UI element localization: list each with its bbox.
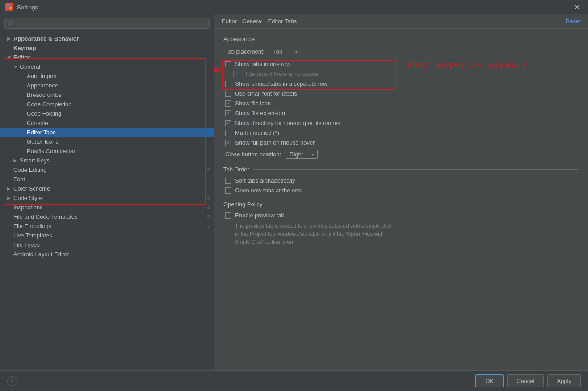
sidebar-item-color-scheme[interactable]: ▶ Color Scheme bbox=[0, 184, 214, 193]
sidebar-item-label: Gutter Icons bbox=[27, 138, 59, 145]
checkbox-small-font[interactable] bbox=[225, 91, 231, 97]
sidebar-item-editor-tabs[interactable]: Editor Tabs bbox=[0, 128, 214, 137]
sidebar-item-postfix-completion[interactable]: Postfix Completion bbox=[0, 146, 214, 156]
sidebar-item-breadcrumbs[interactable]: Breadcrumbs bbox=[0, 90, 214, 100]
copy-icon: ⧉ bbox=[207, 214, 210, 220]
setting-row-sort-alpha: Sort tabs alphabetically bbox=[223, 177, 579, 184]
sidebar-item-code-folding[interactable]: Code Folding bbox=[0, 109, 214, 118]
sidebar-item-smart-keys[interactable]: ▶ Smart Keys bbox=[0, 156, 214, 165]
sidebar-item-gutter-icons[interactable]: Gutter Icons bbox=[0, 137, 214, 146]
checkbox-show-tabs-one-row[interactable] bbox=[225, 61, 231, 67]
sidebar-item-code-style[interactable]: ▶ Code Style ⧉ bbox=[0, 193, 214, 203]
label-show-full-path: Show full path on mouse hover bbox=[235, 139, 315, 146]
sidebar-item-auto-import[interactable]: Auto Import bbox=[0, 71, 214, 81]
expand-arrow bbox=[21, 130, 27, 135]
sidebar-item-label: File Encodings bbox=[13, 223, 51, 229]
expand-arrow bbox=[7, 224, 13, 229]
setting-row-show-directory: Show directory for non-unique file names bbox=[223, 120, 579, 126]
sidebar-item-appearance-behavior[interactable]: ▶ Appearance & Behavior bbox=[0, 34, 214, 43]
left-panel: ▶ Appearance & Behavior Keymap ▼ Editor … bbox=[0, 14, 214, 370]
breadcrumb-sep1: › bbox=[239, 19, 240, 24]
label-show-directory: Show directory for non-unique file names bbox=[235, 120, 340, 126]
checkbox-show-pinned[interactable] bbox=[225, 81, 231, 87]
tab-placement-label: Tab placement: bbox=[225, 48, 265, 55]
label-file-icon: Show file icon bbox=[235, 100, 271, 107]
expand-arrow bbox=[21, 149, 27, 154]
reset-link[interactable]: Reset bbox=[566, 18, 581, 25]
sidebar-item-file-code-templates[interactable]: File and Code Templates ⧉ bbox=[0, 212, 214, 221]
checkbox-file-extension[interactable] bbox=[225, 110, 231, 116]
expand-arrow bbox=[7, 177, 13, 182]
app-icon: 🎭 bbox=[5, 3, 13, 11]
expand-arrow bbox=[21, 121, 27, 125]
expand-arrow bbox=[21, 139, 27, 144]
sidebar-item-label: Android Layout Editor bbox=[13, 251, 69, 258]
checkbox-show-full-path[interactable] bbox=[225, 140, 231, 146]
setting-row-file-icon: Show file icon bbox=[223, 100, 579, 107]
close-button[interactable]: ✕ bbox=[571, 2, 583, 12]
label-open-end: Open new tabs at the end bbox=[235, 187, 302, 194]
breadcrumb-sep2: › bbox=[265, 19, 266, 24]
sidebar-item-font[interactable]: Font bbox=[0, 175, 214, 184]
sidebar-item-label: Editor Tabs bbox=[27, 129, 56, 136]
sidebar-item-code-editing[interactable]: Code Editing ⧉ bbox=[0, 165, 214, 175]
expand-arrow: ▶ bbox=[7, 196, 13, 200]
section-appearance-title: Appearance bbox=[223, 36, 579, 42]
sidebar-item-live-templates[interactable]: Live Templates bbox=[0, 231, 214, 240]
sidebar-item-label: Console bbox=[27, 120, 48, 126]
sidebar-item-file-types[interactable]: File Types bbox=[0, 240, 214, 250]
title-bar: 🎭 Settings ✕ bbox=[0, 0, 588, 14]
tree-area: ▶ Appearance & Behavior Keymap ▼ Editor … bbox=[0, 32, 214, 370]
sidebar-item-label: File Types bbox=[13, 241, 40, 248]
copy-icon: ⧉ bbox=[207, 167, 210, 173]
apply-button[interactable]: Apply bbox=[547, 374, 581, 387]
expand-arrow: ▼ bbox=[7, 55, 13, 60]
tab-placement-dropdown-wrapper: Top Bottom Left Right None ▼ bbox=[269, 47, 301, 56]
setting-row-mark-modified: Mark modified (*) bbox=[223, 129, 579, 136]
search-input[interactable] bbox=[4, 18, 210, 29]
label-enable-preview: Enable preview tab bbox=[235, 212, 285, 219]
sidebar-item-label: Smart Keys bbox=[20, 157, 50, 164]
close-button-dropdown-wrapper: Right Left Hidden ▼ bbox=[286, 150, 318, 159]
sidebar-item-inspections[interactable]: Inspections ⧉ bbox=[0, 203, 214, 212]
bottom-bar: ? OK Cancel Apply bbox=[0, 370, 588, 391]
right-panel: Editor › General › Editor Tabs Reset App… bbox=[214, 14, 588, 370]
cancel-button[interactable]: Cancel bbox=[507, 374, 544, 387]
checkbox-enable-preview[interactable] bbox=[225, 212, 231, 219]
expand-arrow bbox=[7, 252, 13, 257]
expand-arrow bbox=[21, 111, 27, 116]
sidebar-item-label: Font bbox=[13, 176, 25, 183]
checkbox-show-directory[interactable] bbox=[225, 120, 231, 126]
tab-placement-row: Tab placement: Top Bottom Left Right Non… bbox=[223, 47, 579, 56]
breadcrumb-general: General bbox=[242, 18, 263, 25]
sidebar-item-code-completion[interactable]: Code Completion bbox=[0, 100, 214, 109]
sidebar-item-label: Code Folding bbox=[27, 110, 61, 117]
sidebar-item-general[interactable]: ▼ General bbox=[0, 62, 214, 71]
title-bar-text: Settings bbox=[17, 4, 38, 11]
expand-arrow bbox=[7, 46, 13, 50]
close-button-dropdown[interactable]: Right Left Hidden bbox=[286, 150, 318, 159]
sidebar-item-appearance[interactable]: Appearance bbox=[0, 81, 214, 90]
tab-placement-dropdown[interactable]: Top Bottom Left Right None bbox=[269, 47, 301, 56]
sidebar-item-label: Keymap bbox=[13, 45, 36, 51]
section-tab-order-title: Tab Order bbox=[223, 166, 579, 173]
sidebar-item-label: General bbox=[20, 63, 40, 70]
close-button-position-row: Close button position: Right Left Hidden… bbox=[223, 150, 579, 159]
checkbox-sort-alpha[interactable] bbox=[225, 178, 231, 184]
checkbox-mark-modified[interactable] bbox=[225, 130, 231, 136]
checkbox-hide-tabs bbox=[233, 71, 239, 77]
annotated-area: Show tabs in one row Hide tabs if there … bbox=[223, 61, 579, 77]
label-show-pinned: Show pinned tabs in a separate row bbox=[235, 80, 328, 87]
sidebar-item-android-layout-editor[interactable]: Android Layout Editor bbox=[0, 250, 214, 259]
help-button[interactable]: ? bbox=[7, 376, 17, 386]
checkbox-open-end[interactable] bbox=[225, 187, 231, 194]
preview-note: The preview tab is reused to show files … bbox=[223, 222, 579, 246]
sidebar-item-console[interactable]: Console bbox=[0, 118, 214, 128]
setting-row-enable-preview: Enable preview tab bbox=[223, 212, 579, 219]
ok-button[interactable]: OK bbox=[475, 374, 504, 387]
sidebar-item-file-encodings[interactable]: File Encodings ⧉ bbox=[0, 221, 214, 231]
sidebar-item-editor[interactable]: ▼ Editor bbox=[0, 53, 214, 62]
chinese-annotation: 取消勾选，标签即为多行展示，不会折叠在一行 bbox=[407, 62, 529, 70]
sidebar-item-keymap[interactable]: Keymap bbox=[0, 43, 214, 53]
checkbox-file-icon[interactable] bbox=[225, 100, 231, 107]
